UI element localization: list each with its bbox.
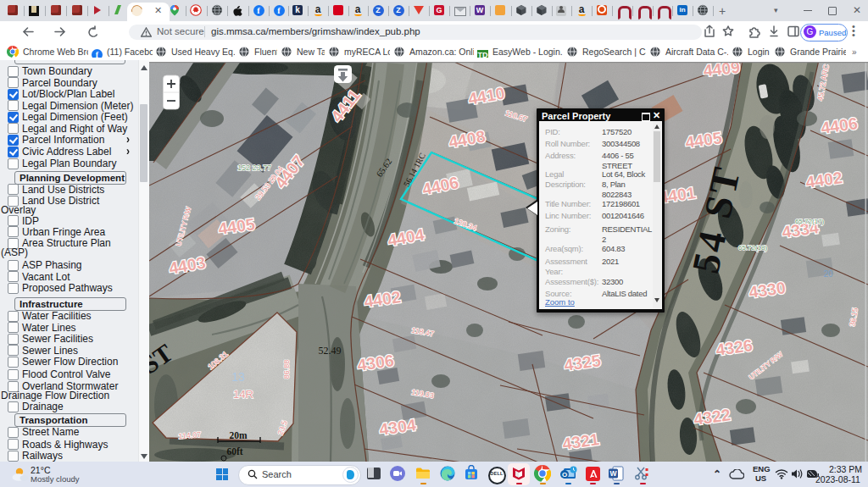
svg-text:65.72(18): 65.72(18) <box>738 244 768 252</box>
svg-text:20: 20 <box>823 269 833 279</box>
svg-text:52.49: 52.49 <box>319 345 342 357</box>
svg-text:14R: 14R <box>233 388 253 401</box>
svg-text:20m: 20m <box>229 430 248 440</box>
svg-text:O: O <box>562 471 567 479</box>
svg-text:152 23.77: 152 23.77 <box>237 163 271 172</box>
svg-text:65.72(17): 65.72(17) <box>795 218 825 225</box>
svg-text:W: W <box>609 469 617 478</box>
svg-text:60ft: 60ft <box>226 446 242 457</box>
svg-text:13: 13 <box>231 370 245 384</box>
svg-text:86.88: 86.88 <box>282 360 291 379</box>
